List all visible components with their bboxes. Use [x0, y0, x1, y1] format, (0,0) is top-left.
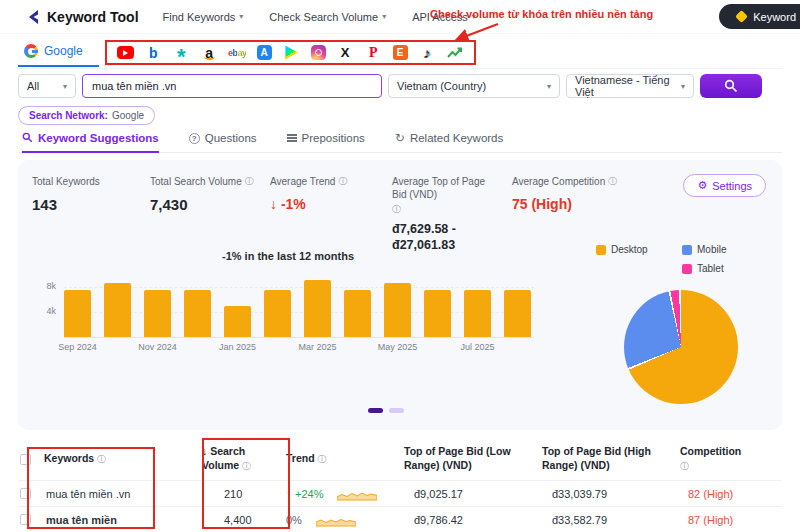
settings-button[interactable]: ⚙ Settings [683, 174, 766, 197]
bid-low-cell: đ9,025.17 [404, 488, 542, 500]
competition-cell: 87 (High) [680, 514, 770, 526]
search-icon [22, 132, 33, 143]
bid-low-cell: đ9,786.42 [404, 514, 542, 526]
header-competition[interactable]: Competition ⓘ [680, 445, 758, 472]
info-icon: ⓘ [608, 176, 617, 187]
bar [264, 290, 291, 337]
keyword-cell: mua tên miền .vn [44, 488, 202, 500]
carousel-dot[interactable] [389, 408, 404, 413]
x-axis-label: May 2025 [368, 342, 428, 352]
x-axis-label: Nov 2024 [128, 342, 188, 352]
country-select[interactable]: Vietnam (Country)▾ [388, 74, 560, 98]
menu-check-search-volume[interactable]: Check Search Volume▾ [269, 11, 386, 23]
row-checkbox[interactable] [20, 514, 31, 525]
bar [224, 306, 251, 337]
keyword-cell: mua tên miền [44, 514, 202, 526]
menu-find-keywords[interactable]: Find Keywords▾ [163, 11, 244, 23]
header-bid-high[interactable]: Top of Page Bid (High Range) (VND) [542, 445, 680, 472]
bid-high-cell: đ33,582.79 [542, 514, 680, 526]
volume-cell: 210 [202, 488, 286, 500]
gear-icon: ⚙ [697, 179, 707, 192]
bar [344, 290, 371, 337]
header-bid-low[interactable]: Top of Page Bid (Low Range) (VND) [404, 445, 542, 472]
youtube-icon[interactable] [117, 46, 134, 59]
tiktok-icon[interactable] [419, 45, 436, 61]
bar-chart-title: -1% in the last 12 months [138, 250, 438, 262]
y-tick-8k: 8k [38, 281, 56, 291]
amazon-icon[interactable] [201, 45, 218, 61]
volume-cell: 4,400 [202, 514, 286, 526]
bing-icon[interactable] [145, 45, 162, 61]
info-icon: ⓘ [242, 461, 251, 471]
search-network-chip[interactable]: Search Network: Google [18, 106, 155, 125]
logo[interactable]: Keyword Tool [26, 9, 139, 25]
bar [64, 290, 91, 337]
x-axis-label: Sep 2024 [48, 342, 108, 352]
info-icon: ⓘ [680, 461, 689, 471]
total-search-volume-value: 7,430 [150, 196, 270, 215]
bar [504, 290, 531, 337]
row-checkbox[interactable] [20, 488, 31, 499]
x-axis-label: Jul 2025 [448, 342, 508, 352]
bar [424, 290, 451, 337]
table-row: mua tên miền 4,400 0% đ9,786.42 đ33,582.… [18, 506, 782, 532]
top-navbar: Keyword Tool Find Keywords▾ Check Search… [0, 0, 800, 34]
tab-prepositions[interactable]: Prepositions [287, 131, 365, 152]
legend-swatch [682, 245, 692, 255]
instagram-icon[interactable] [311, 45, 326, 60]
chevron-down-icon: ▾ [547, 82, 551, 91]
legend-swatch [682, 264, 692, 274]
select-all-checkbox[interactable] [20, 454, 31, 465]
platform-tab-bar: Google [18, 40, 782, 69]
legend-desktop: Desktop [596, 244, 682, 255]
keyword-tool-app: Keyword Tool Find Keywords▾ Check Search… [0, 0, 800, 532]
table-row: mua tên miền .vn 210 ↑ +24% đ9,025.17 đ3… [18, 480, 782, 506]
header-search-volume[interactable]: ↓ Search Volume ⓘ [202, 445, 286, 472]
x-twitter-icon[interactable] [337, 45, 354, 61]
info-icon: ⓘ [245, 176, 254, 187]
info-icon: ⓘ [338, 176, 347, 187]
chip-label: Search Network: [29, 110, 108, 121]
logo-text: Keyword Tool [47, 9, 139, 25]
bar [184, 290, 211, 337]
main-menu: Find Keywords▾ Check Search Volume▾ API … [163, 11, 476, 23]
tab-related-keywords[interactable]: ↻ Related Keywords [395, 131, 503, 152]
bar [304, 280, 331, 337]
search-button[interactable] [700, 74, 762, 98]
legend-swatch [596, 245, 606, 255]
search-input[interactable] [82, 74, 382, 98]
google-trends-icon[interactable] [447, 45, 464, 61]
header-cta-button[interactable]: Keyword [719, 4, 800, 29]
google-icon [24, 44, 38, 58]
language-select[interactable]: Vietnamese - Tiếng Việt▾ [566, 74, 694, 98]
tab-keyword-suggestions[interactable]: Keyword Suggestions [22, 131, 159, 153]
info-icon: ⓘ [318, 454, 327, 464]
scope-select[interactable]: All▾ [18, 74, 76, 98]
average-trend-value: -1% [281, 196, 306, 212]
tab-google[interactable]: Google [18, 40, 99, 67]
average-competition-value: 75 (High) [512, 196, 662, 214]
info-icon: ⓘ [97, 454, 106, 464]
tab-questions[interactable]: ? Questions [189, 131, 257, 152]
legend-tablet: Tablet [682, 263, 768, 274]
etsy-icon[interactable] [393, 45, 408, 60]
charts-section: -1% in the last 12 months 8k 4k Sep 2024… [18, 240, 782, 430]
competition-cell: 82 (High) [680, 488, 770, 500]
carousel-dot[interactable] [368, 408, 383, 413]
pinterest-icon[interactable] [365, 45, 382, 61]
baidu-icon[interactable] [173, 45, 190, 61]
bar [104, 283, 131, 337]
app-store-icon[interactable] [257, 45, 272, 60]
header-keywords[interactable]: Keywords ⓘ [44, 452, 202, 466]
header-trend[interactable]: Trend ⓘ [286, 452, 404, 466]
sort-desc-icon: ↓ [202, 445, 207, 457]
chip-value: Google [112, 110, 144, 121]
trend-down-icon: ↓ [270, 196, 277, 212]
info-icon: ⓘ [392, 204, 401, 215]
ebay-icon[interactable] [229, 45, 246, 61]
device-pie-chart [624, 290, 738, 404]
google-play-icon[interactable] [283, 45, 300, 61]
trend-cell: ↑ +24% [286, 487, 404, 501]
chevron-down-icon: ▾ [63, 82, 67, 91]
trend-sparkline-icon [316, 513, 356, 527]
